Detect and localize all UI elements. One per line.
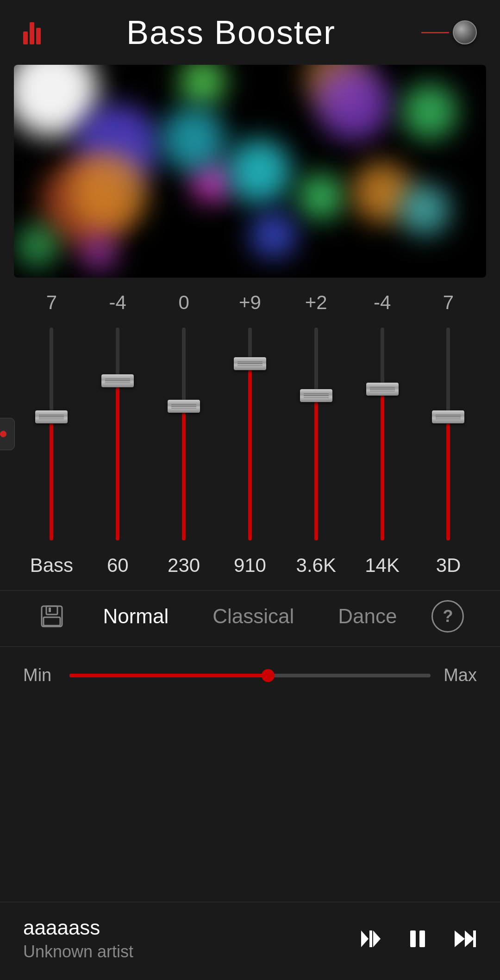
bass-max-label: Max — [440, 665, 477, 685]
eq-value-2: 0 — [154, 292, 214, 314]
slider-fill-6 — [446, 423, 450, 540]
slider-handle-6[interactable] — [432, 410, 464, 423]
slider-fill-2 — [182, 413, 186, 540]
visualizer-canvas — [14, 65, 486, 278]
svg-marker-9 — [455, 930, 465, 947]
slider-track-1[interactable] — [116, 328, 119, 540]
slider-handle-0[interactable] — [35, 410, 68, 423]
eq-labels-row: Bass602309103.6K14K3D — [0, 550, 500, 590]
eq-slider-col-2[interactable] — [158, 328, 209, 540]
player-controls — [358, 927, 477, 951]
slider-fill-5 — [381, 396, 384, 540]
svg-rect-11 — [473, 930, 476, 947]
svg-rect-3 — [49, 608, 51, 612]
slider-track-0[interactable] — [50, 328, 53, 540]
volume-knob[interactable] — [453, 20, 477, 44]
eq-slider-col-5[interactable] — [357, 328, 408, 540]
preset-dance[interactable]: Dance — [329, 600, 406, 633]
equalizer-icon[interactable] — [23, 20, 41, 44]
eq-label-1: 60 — [88, 554, 148, 577]
slider-track-4[interactable] — [314, 328, 318, 540]
slider-track-6[interactable] — [446, 328, 450, 540]
slider-track-3[interactable] — [248, 328, 252, 540]
track-artist: Unknown artist — [23, 942, 133, 961]
eq-slider-col-0[interactable] — [26, 328, 77, 540]
svg-rect-0 — [42, 606, 62, 626]
eq-slider-col-6[interactable] — [423, 328, 474, 540]
slider-handle-1[interactable] — [101, 374, 134, 387]
slider-fill-1 — [116, 387, 119, 540]
bass-boost-section: Min Max — [0, 647, 500, 699]
eq-label-3: 910 — [220, 554, 280, 577]
eq-values-row: 7-40+9+2-47 — [0, 282, 500, 318]
save-preset-button[interactable] — [36, 600, 68, 633]
previous-button[interactable] — [358, 927, 382, 951]
eq-label-2: 230 — [154, 554, 214, 577]
page-title: Bass Booster — [126, 13, 336, 51]
eq-value-4: +2 — [286, 292, 346, 314]
eq-label-0: Bass — [21, 554, 81, 577]
track-title: aaaaass — [23, 916, 133, 939]
eq-value-0: 7 — [21, 292, 81, 314]
player-info: aaaaass Unknown artist — [23, 916, 133, 961]
visualizer — [14, 65, 486, 278]
pause-button[interactable] — [406, 927, 430, 951]
eq-value-1: -4 — [88, 292, 148, 314]
bass-min-label: Min — [23, 665, 60, 685]
knob-line — [421, 32, 449, 33]
slider-fill-0 — [50, 423, 53, 540]
slider-track-5[interactable] — [381, 328, 384, 540]
eq-label-4: 3.6K — [286, 554, 346, 577]
eq-slider-col-3[interactable] — [225, 328, 275, 540]
eq-slider-col-4[interactable] — [291, 328, 342, 540]
svg-marker-6 — [373, 930, 381, 947]
eq-label-5: 14K — [352, 554, 412, 577]
eq-value-3: +9 — [220, 292, 280, 314]
eq-value-6: 7 — [418, 292, 478, 314]
svg-rect-8 — [419, 930, 425, 947]
eq-handle-dot — [0, 431, 6, 437]
svg-rect-1 — [46, 606, 57, 614]
eq-sliders-area — [0, 318, 500, 550]
presets-row: Normal Classical Dance ? — [0, 590, 500, 647]
bass-boost-fill — [69, 674, 268, 677]
next-button[interactable] — [453, 927, 477, 951]
eq-handle[interactable] — [0, 418, 15, 450]
bass-boost-thumb[interactable] — [262, 669, 275, 682]
svg-marker-4 — [361, 930, 369, 947]
preset-normal[interactable]: Normal — [94, 600, 178, 633]
slider-fill-4 — [314, 402, 318, 540]
slider-handle-3[interactable] — [234, 357, 266, 370]
slider-handle-5[interactable] — [366, 383, 399, 396]
slider-fill-3 — [248, 370, 252, 540]
eq-slider-col-1[interactable] — [92, 328, 143, 540]
eq-label-6: 3D — [418, 554, 478, 577]
bass-boost-row: Min Max — [23, 665, 477, 685]
volume-control[interactable] — [421, 20, 477, 44]
eq-value-5: -4 — [352, 292, 412, 314]
slider-handle-4[interactable] — [300, 389, 332, 402]
app-header: Bass Booster — [0, 0, 500, 60]
player-bar: aaaaass Unknown artist — [0, 902, 500, 980]
svg-rect-5 — [369, 930, 372, 947]
preset-classical[interactable]: Classical — [203, 600, 303, 633]
svg-rect-2 — [44, 617, 60, 626]
slider-track-2[interactable] — [182, 328, 186, 540]
bass-boost-slider[interactable] — [69, 674, 431, 677]
help-button[interactable]: ? — [431, 600, 464, 633]
svg-rect-7 — [410, 930, 416, 947]
svg-marker-10 — [465, 930, 474, 947]
slider-handle-2[interactable] — [168, 400, 200, 413]
